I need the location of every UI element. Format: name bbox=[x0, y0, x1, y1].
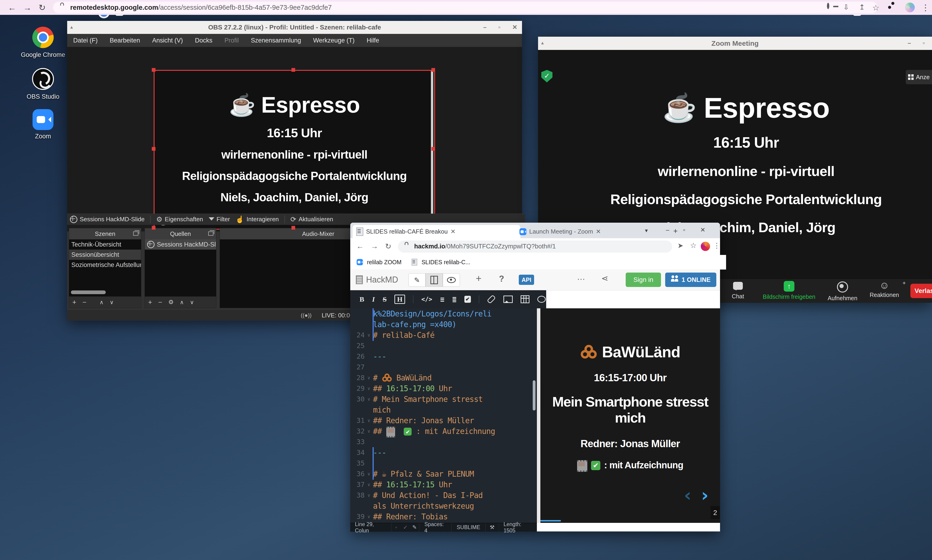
popout-icon[interactable] bbox=[208, 231, 213, 235]
obs-titlebar[interactable]: ▴ OBS 27.2.2 (linux) - Profil: Untitled … bbox=[67, 21, 522, 34]
code-button[interactable]: </> bbox=[421, 296, 432, 303]
tab-close-icon[interactable]: ✕ bbox=[451, 228, 455, 235]
reload-icon[interactable]: ↻ bbox=[385, 242, 391, 251]
scenes-dock-header[interactable]: Szenen bbox=[69, 228, 141, 239]
bookmark-item[interactable]: relilab ZOOM bbox=[367, 259, 402, 266]
edit-mode-button[interactable]: ✎ bbox=[408, 273, 426, 287]
new-tab-icon[interactable]: + bbox=[673, 227, 678, 235]
resize-handle[interactable] bbox=[431, 68, 435, 72]
wrench-icon[interactable]: ⚒ bbox=[486, 524, 499, 531]
fold-icon[interactable]: ∨ bbox=[365, 332, 373, 338]
leave-button[interactable]: Verlas bbox=[910, 284, 932, 298]
resize-handle[interactable] bbox=[152, 226, 156, 229]
source-tab[interactable]: Sessions HackMD-Slide bbox=[70, 216, 145, 223]
menu-docks[interactable]: Docks bbox=[189, 37, 219, 44]
desktop-icon-obs[interactable]: OBS Studio bbox=[13, 68, 73, 100]
chevron-down-icon[interactable]: ▾ bbox=[645, 227, 648, 234]
add-icon[interactable]: + bbox=[148, 298, 152, 306]
resize-handle[interactable] bbox=[431, 147, 435, 151]
resize-handle[interactable] bbox=[152, 68, 156, 72]
resize-handle[interactable] bbox=[292, 68, 295, 72]
fold-icon[interactable]: ∨ bbox=[365, 386, 373, 391]
scene-item[interactable]: Sessionübersicht bbox=[69, 249, 141, 260]
address-bar[interactable]: hackmd.io/0Moh79SUTFCZoZzympwlTQ?both#/1 bbox=[398, 240, 672, 252]
fold-icon[interactable]: ∨ bbox=[365, 396, 373, 402]
properties-button[interactable]: ⚙Eigenschaften bbox=[156, 215, 203, 223]
filter-button[interactable]: Filter bbox=[209, 216, 230, 223]
view-button[interactable]: Anze bbox=[906, 70, 932, 84]
fold-icon[interactable]: ∨ bbox=[365, 514, 373, 519]
popout-icon[interactable] bbox=[133, 231, 138, 235]
profile-avatar[interactable] bbox=[701, 242, 710, 251]
obs-preview-canvas[interactable]: ☕ Espresso 16:15 Uhr wirlernenonline - r… bbox=[67, 47, 522, 231]
checkbox-icon[interactable]: ✔ bbox=[464, 296, 471, 303]
split-mode-button[interactable] bbox=[426, 273, 443, 287]
forward-icon[interactable]: → bbox=[23, 3, 32, 12]
refresh-button[interactable]: ⟳Aktualisieren bbox=[290, 215, 333, 223]
check-icon[interactable]: ✓ bbox=[401, 524, 410, 531]
chat-button[interactable]: Chat bbox=[724, 282, 752, 300]
menu-profil[interactable]: Profil bbox=[219, 37, 245, 44]
back-icon[interactable]: ← bbox=[8, 3, 16, 12]
tab-zoom-launch[interactable]: Launch Meeting - Zoom ✕ bbox=[516, 225, 674, 238]
bookmark-star-icon[interactable]: ☆ bbox=[690, 241, 697, 250]
close-icon[interactable]: ✕ bbox=[512, 24, 517, 31]
share-icon[interactable]: ↥ bbox=[859, 3, 865, 11]
fold-icon[interactable]: ∨ bbox=[365, 482, 373, 487]
image-icon[interactable] bbox=[503, 295, 513, 303]
fold-icon[interactable]: ∨ bbox=[365, 471, 373, 477]
obs-source-slide[interactable]: ☕ Espresso 16:15 Uhr wirlernenonline - r… bbox=[154, 70, 435, 229]
italic-button[interactable]: I bbox=[372, 295, 375, 303]
menu-szenensammlung[interactable]: Szenensammlung bbox=[245, 37, 307, 44]
hackmd-logo[interactable]: HackMD bbox=[356, 275, 398, 285]
menu-dots-icon[interactable]: ⋮ bbox=[713, 242, 720, 249]
new-note-icon[interactable]: + bbox=[476, 273, 481, 284]
bookmark-star-icon[interactable]: ☆ bbox=[872, 3, 879, 12]
send-icon[interactable]: ➤ bbox=[677, 242, 683, 249]
strikethrough-button[interactable]: S bbox=[383, 295, 387, 303]
scene-item[interactable]: Technik-Übersicht bbox=[69, 239, 141, 249]
address-bar[interactable]: remotedesktop.google.com/access/session/… bbox=[53, 2, 878, 13]
scene-item[interactable]: Soziometrische Aufstellun bbox=[69, 260, 141, 270]
desktop-icon-chrome[interactable]: Google Chrome bbox=[13, 27, 73, 58]
keymap-setting[interactable]: SUBLIME bbox=[452, 524, 485, 531]
desktop-icon-zoom[interactable]: Zoom bbox=[13, 109, 73, 140]
menu-werkzeuge[interactable]: Werkzeuge (T) bbox=[307, 37, 361, 44]
menu-bearbeiten[interactable]: Bearbeiten bbox=[103, 37, 146, 44]
maximize-icon[interactable]: ▫ bbox=[683, 226, 685, 234]
more-options-icon[interactable]: … bbox=[577, 272, 586, 282]
link-icon[interactable] bbox=[487, 295, 496, 304]
share-alt-icon[interactable]: ⋖ bbox=[601, 274, 608, 283]
reload-icon[interactable]: ↻ bbox=[39, 3, 46, 12]
add-icon[interactable]: + bbox=[72, 298, 76, 306]
source-item[interactable]: Sessions HackMD-Slid bbox=[145, 239, 216, 249]
indent-setting[interactable]: Spaces: 4 bbox=[419, 521, 451, 534]
minimize-icon[interactable]: – bbox=[483, 24, 486, 31]
remove-icon[interactable]: − bbox=[158, 298, 162, 306]
close-icon[interactable]: ✕ bbox=[700, 226, 705, 234]
api-badge[interactable]: API bbox=[519, 275, 534, 285]
security-shield-icon[interactable]: ✓ bbox=[541, 70, 552, 82]
move-up-icon[interactable]: ∧ bbox=[99, 299, 103, 306]
minimize-icon[interactable]: – bbox=[907, 40, 911, 47]
table-icon[interactable] bbox=[521, 295, 529, 303]
forward-icon[interactable]: → bbox=[371, 242, 378, 251]
online-button[interactable]: 1 ONLINE bbox=[665, 272, 716, 287]
menu-datei[interactable]: Datei (F) bbox=[67, 37, 103, 44]
comment-icon[interactable] bbox=[537, 296, 546, 303]
zoom-titlebar[interactable]: ▴ Zoom Meeting – ▫ bbox=[538, 37, 932, 50]
menu-ansicht[interactable]: Ansicht (V) bbox=[146, 37, 189, 44]
back-icon[interactable]: ← bbox=[356, 242, 364, 251]
gear-icon[interactable]: ⚙ bbox=[168, 298, 174, 306]
sources-dock-header[interactable]: Quellen bbox=[145, 228, 216, 239]
prev-slide-icon[interactable]: ‹ bbox=[684, 485, 691, 505]
pane-splitter[interactable] bbox=[537, 308, 540, 523]
help-icon[interactable]: ? bbox=[499, 274, 504, 284]
share-screen-button[interactable]: ↑ Bildschirm freigeben bbox=[759, 281, 819, 300]
markdown-editor[interactable]: k%2BDesign/Logos/Icons/reli lab-cafe.png… bbox=[350, 308, 537, 523]
bookmark-item[interactable]: SLIDES relilab-C... bbox=[421, 259, 471, 266]
reactions-button[interactable]: ☺ Reaktionen bbox=[866, 280, 903, 298]
interact-button[interactable]: ☝Interagieren bbox=[235, 215, 279, 223]
vertical-scrollbar[interactable] bbox=[533, 380, 535, 411]
menu-hilfe[interactable]: Hilfe bbox=[361, 37, 385, 44]
